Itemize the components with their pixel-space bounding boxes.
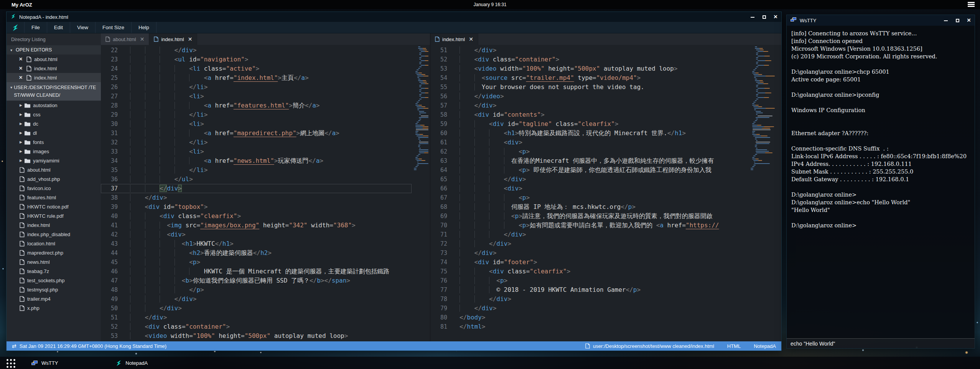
code-line-75[interactable]: 75 <div class="clearfix"> <box>430 267 748 276</box>
code-line-36[interactable]: 36 </ul> <box>101 175 412 184</box>
code-line-80[interactable]: 80 </body> <box>430 313 748 322</box>
tree-file-news.html[interactable]: news.html <box>7 257 101 266</box>
code-line-63[interactable]: 63 在香港的Minecraft 伺服器中，多為小遊戲和純生存的伺服器，較少擁有 <box>430 156 748 165</box>
code-line-49[interactable]: 49 </div> <box>101 295 412 304</box>
minimize-button[interactable] <box>747 14 758 20</box>
tree-file-location.html[interactable]: location.html <box>7 239 101 248</box>
close-icon[interactable]: ✕ <box>469 36 473 42</box>
code-line-33[interactable]: 33 <li> <box>101 147 412 156</box>
code-line-69[interactable]: 69 <p>請注意，我們的伺服器為確保玩家及遊玩時的質素，我們對的服器開啟 <box>430 212 748 221</box>
code-line-28[interactable]: 28 <a href="features.html">簡介</a> <box>101 101 412 110</box>
code-line-50[interactable]: 50 </div> <box>101 304 412 313</box>
code-line-29[interactable]: 29 </li> <box>101 110 412 119</box>
code-line-76[interactable]: 76 <p> <box>430 276 748 285</box>
close-button[interactable]: × <box>963 17 975 24</box>
tree-folder-autostation[interactable]: ▶ autostation <box>7 101 101 110</box>
code-line-57[interactable]: 57 </div> <box>430 101 748 110</box>
code-line-79[interactable]: 79 </div> <box>430 304 748 313</box>
code-line-48[interactable]: 48 </p> <box>101 285 412 295</box>
code-line-46[interactable]: 46 HKWTC 是一個 Minecraft 的建築伺服器，主要建築計劃包括鐵路 <box>101 267 412 276</box>
open-editor-about.html[interactable]: ✕ about.html <box>7 55 101 64</box>
tree-file-index.html[interactable]: index.html <box>7 220 101 230</box>
code-line-71[interactable]: 71 </div> <box>430 230 748 239</box>
code-line-38[interactable]: 38 </div> <box>101 193 412 202</box>
code-line-53[interactable]: 53 <video width="100%" height="500px" au… <box>430 64 748 73</box>
close-button[interactable]: × <box>770 13 781 21</box>
hamburger-menu-icon[interactable] <box>968 2 975 7</box>
code-line-68[interactable]: 68 伺服器 IP 地址為： mcs.hkwtc.org</p> <box>430 202 748 212</box>
code-line-26[interactable]: 26 </li> <box>101 83 412 92</box>
close-icon[interactable]: ✕ <box>188 36 193 42</box>
code-line-44[interactable]: 44 <h2>香港的建築伺服器</h2> <box>101 248 412 258</box>
taskbar-item-notepad[interactable]: NotepadA <box>115 360 148 366</box>
tree-folder-css[interactable]: ▶ css <box>7 110 101 119</box>
tab-right-index.html[interactable]: index.html ✕ <box>430 33 478 45</box>
open-editors-header[interactable]: ▾ OPEN EDITORS <box>7 45 101 55</box>
code-line-74[interactable]: 74 <div id="footer"> <box>430 258 748 267</box>
code-line-37[interactable]: 37 </div> <box>101 184 412 193</box>
code-line-58[interactable]: 58 <div id="contents"> <box>430 110 748 119</box>
code-line-32[interactable]: 32 </li> <box>101 138 412 147</box>
code-line-53[interactable]: 53 <video width="100%" height="500px" au… <box>101 331 412 341</box>
tree-folder-dl[interactable]: ▶ dl <box>7 128 101 137</box>
code-line-45[interactable]: 45 <p> <box>101 258 412 267</box>
tree-file-features.html[interactable]: features.html <box>7 193 101 202</box>
code-line-77[interactable]: 77 © 2018 - 2019 HKWTC Animation Gamer</… <box>430 285 748 295</box>
tree-folder-fonts[interactable]: ▶ fonts <box>7 137 101 147</box>
notepad-title-bar[interactable]: NotepadA - index.html × <box>7 12 781 22</box>
menu-edit[interactable]: Edit <box>47 22 70 33</box>
code-line-52[interactable]: 52 <div class="container"> <box>430 55 748 64</box>
tree-file-testmysql.php[interactable]: testmysql.php <box>7 285 101 294</box>
tree-file-x.php[interactable]: x.php <box>7 303 101 313</box>
code-line-55[interactable]: 55 Your browser does not support the vid… <box>430 83 748 92</box>
code-line-59[interactable]: 59 <div id="tagline" class="clearfix"> <box>430 119 748 129</box>
code-line-42[interactable]: 42 <div> <box>101 230 412 239</box>
close-icon[interactable]: ✕ <box>19 75 26 80</box>
menu-file[interactable]: File <box>24 22 47 33</box>
code-line-24[interactable]: 24 <li class="active"> <box>101 64 412 73</box>
code-editor-left[interactable]: 22 </div>23 <ul id="navigation">24 <li c… <box>101 45 412 341</box>
code-line-60[interactable]: 60 <h1>特別為建築及鐵路而設，現代化的 Minecraft 世界.</h1… <box>430 129 748 138</box>
code-line-66[interactable]: 66 <div> <box>430 184 748 193</box>
menu-view[interactable]: View <box>70 22 95 33</box>
taskbar-item-wstty[interactable]: WsTTY <box>31 360 58 366</box>
open-editor-index.html[interactable]: ✕ index.html <box>7 64 101 73</box>
code-line-47[interactable]: 47 <b>你知道我們全線伺服器已轉用 SSD 了嗎？</b></span> <box>101 276 412 285</box>
tree-file-add_vhost.php[interactable]: add_vhost.php <box>7 174 101 184</box>
code-line-72[interactable]: 72 </div> <box>430 239 748 248</box>
code-line-43[interactable]: 43 <h1>HKWTC</h1> <box>101 239 412 248</box>
code-line-25[interactable]: 25 <a href="index.html">主頁</a> <box>101 73 412 83</box>
maximize-button[interactable] <box>758 14 770 20</box>
app-launcher-grid-icon[interactable] <box>5 358 15 368</box>
code-line-67[interactable]: 67 <p> <box>430 193 748 202</box>
tree-file-mapredirect.php[interactable]: mapredirect.php <box>7 248 101 257</box>
code-line-35[interactable]: 35 </li> <box>101 165 412 175</box>
close-icon[interactable]: ✕ <box>19 66 26 71</box>
code-line-70[interactable]: 70 <p>如有問題或需要申請白名單，歡迎加入我們的 <a href="http… <box>430 221 748 230</box>
tree-file-test_sockets.php[interactable]: test_sockets.php <box>7 276 101 285</box>
code-line-27[interactable]: 27 <li> <box>101 92 412 101</box>
code-line-54[interactable]: 54 <source src="trailer.mp4" type="video… <box>430 73 748 83</box>
code-line-34[interactable]: 34 <a href="news.html">玩家傳送門</a> <box>101 156 412 165</box>
close-icon[interactable]: ✕ <box>19 56 26 62</box>
code-line-65[interactable]: 65 </div> <box>430 175 748 184</box>
code-line-62[interactable]: 62 <p> <box>430 147 748 156</box>
tree-file-about.html[interactable]: about.html <box>7 165 101 174</box>
code-editor-right[interactable]: 51 </div>52 <div class="container">53 <v… <box>430 45 748 341</box>
close-icon[interactable]: ✕ <box>140 36 145 42</box>
wstty-title-bar[interactable]: WsTTY × <box>787 15 975 26</box>
code-line-52[interactable]: 52 <div class="container"> <box>101 322 412 331</box>
tree-folder-yamiyamimi[interactable]: ▶ yamiyamimi <box>7 156 101 165</box>
tree-file-favicon.ico[interactable]: favicon.ico <box>7 184 101 193</box>
code-line-56[interactable]: 56 </video> <box>430 92 748 101</box>
workspace-header[interactable]: ▾ USER:/DESKTOP/SCREENSHOT /TEST/WWW CLE… <box>7 82 101 101</box>
maximize-button[interactable] <box>952 17 963 23</box>
tree-file-HKWTC rule.pdf[interactable]: HKWTC rule.pdf <box>7 211 101 220</box>
tab-left-index.html[interactable]: index.html ✕ <box>149 33 197 45</box>
tree-folder-images[interactable]: ▶ images <box>7 147 101 156</box>
minimap-right[interactable] <box>748 45 781 341</box>
code-line-22[interactable]: 22 </div> <box>101 46 412 55</box>
minimize-button[interactable] <box>940 17 952 23</box>
tree-file-index.php_disabled[interactable]: index.php_disabled <box>7 230 101 239</box>
code-line-40[interactable]: 40 <div class="clearfix"> <box>101 212 412 221</box>
